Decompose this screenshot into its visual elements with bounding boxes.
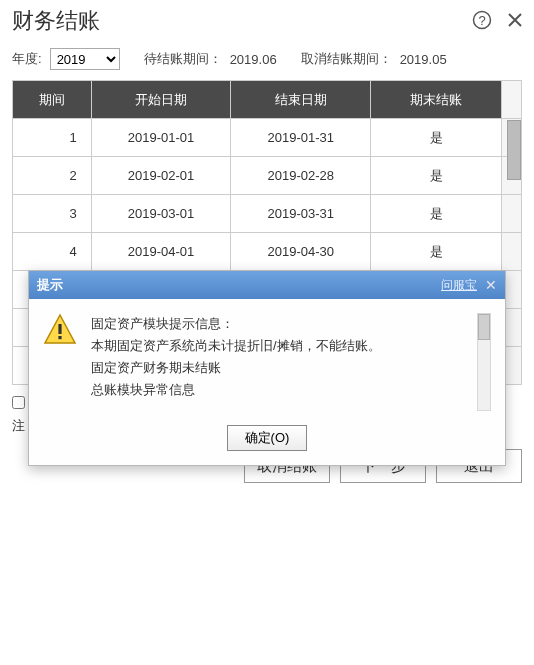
table-row[interactable]: 12019-01-012019-01-31是 [13, 119, 522, 157]
th-end: 结束日期 [231, 81, 371, 119]
cell-end: 2019-01-31 [231, 119, 371, 157]
cell-period: 3 [13, 195, 92, 233]
cancel-period-value: 2019.05 [400, 52, 447, 67]
auto-writeoff-checkbox[interactable] [12, 396, 25, 409]
params-bar: 年度: 2019 待结账期间： 2019.06 取消结账期间： 2019.05 [0, 40, 534, 80]
dialog-line: 总账模块异常信息 [91, 379, 451, 401]
table-row[interactable]: 42019-04-012019-04-30是 [13, 233, 522, 271]
cell-closed: 是 [371, 195, 502, 233]
warning-icon [43, 313, 77, 347]
svg-rect-4 [58, 336, 61, 339]
cancel-period-label: 取消结账期间： [301, 50, 392, 68]
cell-closed: 是 [371, 157, 502, 195]
pending-value: 2019.06 [230, 52, 277, 67]
svg-rect-3 [58, 324, 61, 334]
year-label: 年度: [12, 50, 42, 68]
table-scrollbar-thumb[interactable] [507, 120, 521, 180]
cell-start: 2019-01-01 [91, 119, 231, 157]
cell-end: 2019-03-31 [231, 195, 371, 233]
cell-closed: 是 [371, 119, 502, 157]
cell-closed: 是 [371, 233, 502, 271]
dialog-line: 固定资产财务期未结账 [91, 357, 451, 379]
cell-period: 2 [13, 157, 92, 195]
cell-scrollbar [502, 195, 522, 233]
dialog-scrollbar[interactable] [477, 313, 491, 411]
table-row[interactable]: 32019-03-012019-03-31是 [13, 195, 522, 233]
dialog-title: 提示 [37, 276, 63, 294]
cell-start: 2019-02-01 [91, 157, 231, 195]
cell-period: 4 [13, 233, 92, 271]
ok-button[interactable]: 确定(O) [227, 425, 307, 451]
th-period: 期间 [13, 81, 92, 119]
pending-label: 待结账期间： [144, 50, 222, 68]
dialog-close-icon[interactable]: ✕ [485, 277, 497, 293]
help-service-link[interactable]: 问服宝 [441, 277, 477, 294]
dialog-button-row: 确定(O) [29, 419, 505, 465]
dialog-body: 固定资产模块提示信息： 本期固定资产系统尚未计提折旧/摊销，不能结账。 固定资产… [29, 299, 505, 419]
dialog-line: 本期固定资产系统尚未计提折旧/摊销，不能结账。 [91, 335, 451, 357]
cell-end: 2019-02-28 [231, 157, 371, 195]
dialog-line: 固定资产模块提示信息： [91, 313, 451, 335]
help-icon[interactable]: ? [472, 10, 492, 33]
table-header-row: 期间 开始日期 结束日期 期末结账 [13, 81, 522, 119]
cell-scrollbar [502, 233, 522, 271]
th-start: 开始日期 [91, 81, 231, 119]
prompt-dialog: 提示 问服宝 ✕ 固定资产模块提示信息： 本期固定资产系统尚未计提折旧/摊销，不… [28, 270, 506, 466]
svg-text:?: ? [478, 13, 485, 28]
cell-start: 2019-04-01 [91, 233, 231, 271]
th-scrollbar [502, 81, 522, 119]
cell-end: 2019-04-30 [231, 233, 371, 271]
dialog-titlebar[interactable]: 提示 问服宝 ✕ [29, 271, 505, 299]
dialog-scrollbar-thumb[interactable] [478, 314, 490, 340]
dialog-text: 固定资产模块提示信息： 本期固定资产系统尚未计提折旧/摊销，不能结账。 固定资产… [91, 313, 463, 411]
window-title: 财务结账 [12, 6, 100, 36]
header-icons: ? [472, 10, 524, 33]
cell-start: 2019-03-01 [91, 195, 231, 233]
cell-period: 1 [13, 119, 92, 157]
th-closed: 期末结账 [371, 81, 502, 119]
table-row[interactable]: 22019-02-012019-02-28是 [13, 157, 522, 195]
year-select[interactable]: 2019 [50, 48, 120, 70]
close-icon[interactable] [506, 11, 524, 32]
window-header: 财务结账 ? [0, 0, 534, 40]
